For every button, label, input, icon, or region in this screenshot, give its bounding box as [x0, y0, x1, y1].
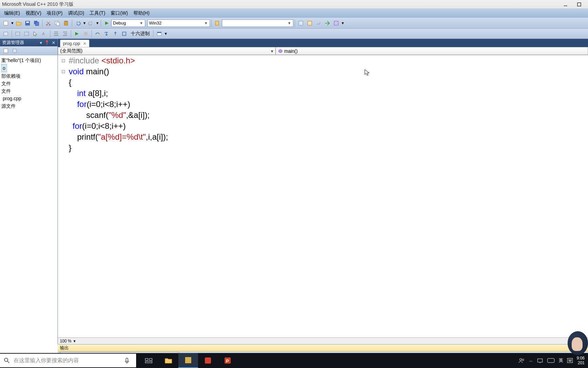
new-project-icon[interactable]	[2, 19, 10, 27]
properties-icon[interactable]	[2, 47, 10, 55]
cut-icon[interactable]	[44, 19, 52, 27]
start-debug-icon[interactable]	[103, 19, 111, 27]
hex-label[interactable]: 十六进制	[129, 31, 152, 37]
find-in-files-icon[interactable]	[213, 19, 222, 27]
window-icon[interactable]	[155, 30, 163, 38]
run-icon[interactable]	[73, 30, 81, 38]
dropdown-icon[interactable]: ▾	[11, 19, 14, 27]
svg-point-39	[522, 359, 524, 361]
solution-tree[interactable]: 案"hello"(1 个项目) o 部依赖项 文件 文件 prog.cpp 源文…	[0, 55, 58, 111]
menu-edit[interactable]: 编辑(E)	[1, 10, 23, 17]
explorer-app-icon[interactable]	[159, 353, 178, 368]
member-label: main()	[284, 48, 298, 54]
close-panel-icon[interactable]: ✕	[52, 40, 55, 45]
debug-toolbar: A 十六进制 ▾	[0, 29, 588, 39]
panel-dropdown-icon[interactable]: ▾	[40, 40, 42, 45]
clock-year: 201	[577, 361, 585, 365]
menu-window[interactable]: 窗口(W)	[108, 10, 131, 17]
maximize-button[interactable]	[572, 1, 586, 8]
indent-icon[interactable]	[52, 30, 60, 38]
solution-node[interactable]: 案"hello"(1 个项目)	[1, 57, 56, 64]
tray-expand-icon[interactable]: ︿	[529, 358, 533, 363]
powerpoint-app-icon[interactable]: P	[218, 353, 238, 368]
undo-drop-icon[interactable]: ▾	[83, 19, 86, 27]
dbg-icon-2[interactable]	[22, 30, 31, 38]
step-icon[interactable]	[120, 30, 128, 38]
project-node[interactable]: o	[1, 64, 7, 72]
tree-node-files1[interactable]: 文件	[1, 80, 56, 87]
outdent-icon[interactable]	[61, 30, 69, 38]
platform-combo[interactable]: Win32▾	[147, 19, 210, 27]
tool-icon-1[interactable]	[297, 19, 305, 27]
menu-project[interactable]: 项目(P)	[44, 10, 65, 17]
find-combo[interactable]: ▾	[222, 19, 293, 27]
scope-label: (全局范围)	[60, 48, 82, 54]
app-icon-red[interactable]	[198, 353, 218, 368]
ime-label[interactable]: 英	[559, 357, 563, 364]
show-all-icon[interactable]	[11, 47, 19, 55]
svg-rect-40	[538, 359, 542, 362]
vs-app-icon[interactable]	[178, 353, 198, 368]
people-icon[interactable]	[518, 357, 525, 364]
scope-combo[interactable]: (全局范围)▾	[58, 47, 276, 55]
ime-mode-icon[interactable]: M	[567, 358, 572, 363]
menu-tools[interactable]: 工具(T)	[87, 10, 108, 17]
code-editor[interactable]: -#include <stdio.h> -void main() { int a…	[58, 55, 588, 337]
network-icon[interactable]	[537, 358, 543, 363]
copy-icon[interactable]	[53, 19, 61, 27]
undo-icon[interactable]	[74, 19, 82, 27]
tree-node-deps[interactable]: 部依赖项	[1, 72, 56, 80]
svg-rect-21	[84, 32, 87, 35]
breakpoint-icon[interactable]	[2, 30, 10, 38]
dbgbar-overflow-icon[interactable]: ▾	[164, 30, 167, 38]
pin-icon[interactable]: 📍	[44, 40, 50, 45]
menu-help[interactable]: 帮助(H)	[131, 10, 152, 17]
solution-explorer-title: 资源管理器	[2, 40, 24, 46]
editor-tab-prog[interactable]: prog.cpp ✕	[60, 40, 89, 47]
mic-icon[interactable]	[125, 357, 136, 364]
editor-tabstrip: prog.cpp ✕	[58, 39, 588, 47]
svg-rect-18	[16, 32, 20, 35]
dbg-icon-3[interactable]: A	[40, 30, 48, 38]
tool-icon-3[interactable]	[314, 19, 323, 27]
svg-rect-33	[145, 362, 152, 363]
redo-drop-icon[interactable]: ▾	[96, 19, 99, 27]
redo-icon[interactable]	[87, 19, 95, 27]
tree-node-source[interactable]: 源文件	[1, 102, 56, 110]
menu-view[interactable]: 视图(V)	[23, 10, 44, 17]
member-combo[interactable]: main()	[276, 47, 588, 55]
menu-debug[interactable]: 调试(D)	[65, 10, 87, 17]
paste-icon[interactable]	[62, 19, 70, 27]
stop-icon[interactable]	[82, 30, 90, 38]
toolbar-overflow-icon[interactable]: ▾	[341, 19, 344, 27]
save-icon[interactable]	[23, 19, 32, 27]
tree-node-prog[interactable]: prog.cpp	[1, 95, 56, 102]
svg-line-29	[7, 361, 9, 363]
tool-icon-4[interactable]	[323, 19, 331, 27]
output-header[interactable]: 输出	[58, 344, 588, 351]
minimize-button[interactable]	[559, 1, 572, 8]
step-over-icon[interactable]	[94, 30, 102, 38]
tab-close-icon[interactable]: ✕	[83, 41, 86, 46]
svg-point-22	[99, 34, 100, 35]
step-into-icon[interactable]	[102, 30, 111, 38]
svg-text:P: P	[226, 358, 229, 364]
tree-node-files2[interactable]: 文件	[1, 87, 56, 95]
open-icon[interactable]	[15, 19, 23, 27]
clock[interactable]: 9:06 201	[577, 356, 585, 365]
zoom-combo[interactable]: 100 %▾	[60, 339, 76, 343]
step-out-icon[interactable]	[111, 30, 119, 38]
cursor-icon[interactable]	[31, 30, 39, 38]
taskbar-search[interactable]: 在这里输入你要搜索的内容	[0, 354, 136, 367]
clock-time: 9:06	[577, 356, 585, 361]
svg-rect-15	[308, 21, 312, 25]
config-combo[interactable]: Debug▾	[111, 19, 145, 27]
tool-icon-2[interactable]	[306, 19, 314, 27]
dbg-icon-1[interactable]	[14, 30, 22, 38]
tool-icon-5[interactable]	[332, 19, 340, 27]
svg-rect-1	[577, 3, 581, 6]
svg-rect-14	[299, 21, 303, 25]
keyboard-icon[interactable]	[547, 358, 555, 363]
save-all-icon[interactable]	[32, 19, 40, 27]
task-view-icon[interactable]	[139, 353, 159, 368]
